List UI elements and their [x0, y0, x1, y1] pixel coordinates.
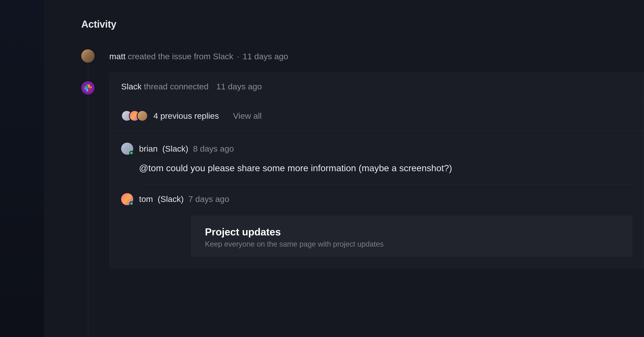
message-body: @tom could you please share some more in… — [139, 161, 632, 175]
activity-created-line: matt created the issue from Slack · 11 d… — [109, 52, 644, 61]
avatar-matt[interactable] — [81, 49, 94, 63]
slack-icon — [81, 81, 94, 94]
view-all-link[interactable]: View all — [233, 111, 262, 121]
previous-replies-row[interactable]: 4 previous replies · View all — [110, 101, 644, 131]
avatar-wrap[interactable] — [121, 193, 133, 205]
separator-dot: · — [226, 114, 226, 118]
embed-subtitle: Keep everyone on the same page with proj… — [205, 240, 618, 248]
message-source: (Slack) — [158, 194, 184, 204]
avatar-wrap[interactable] — [121, 143, 133, 155]
previous-replies-count: 4 previous replies — [154, 111, 219, 121]
thread-status: thread connected — [144, 82, 208, 91]
message-author[interactable]: tom — [139, 194, 153, 204]
message-header: brian (Slack) 8 days ago — [121, 143, 632, 155]
thread-message: brian (Slack) 8 days ago @tom could you … — [110, 131, 644, 268]
activity-section-title: Activity — [81, 18, 644, 30]
message-time: 7 days ago — [188, 194, 229, 204]
embed-title: Project updates — [205, 226, 618, 238]
left-gutter — [0, 0, 44, 337]
activity-actor[interactable]: matt — [109, 52, 126, 61]
timeline-item-created: matt created the issue from Slack · 11 d… — [81, 49, 644, 63]
message-header: tom (Slack) 7 days ago — [121, 193, 632, 205]
message-author[interactable]: brian — [139, 144, 158, 154]
thread-source: Slack — [121, 82, 142, 91]
activity-action: created the issue from Slack — [128, 52, 234, 61]
message-source: (Slack) — [162, 144, 188, 154]
avatar-stack — [121, 110, 148, 121]
activity-time: 11 days ago — [243, 52, 288, 61]
thread-header[interactable]: Slack thread connected 11 days ago — [110, 72, 644, 101]
app-container: Activity matt created the issue from Sla… — [0, 0, 644, 337]
presence-online-icon — [129, 151, 134, 155]
stack-avatar[interactable] — [137, 110, 148, 121]
thread-time: 11 days ago — [216, 82, 262, 91]
presence-online-icon — [129, 201, 134, 206]
message-divider — [139, 184, 632, 185]
embed-card[interactable]: Project updates Keep everyone on the sam… — [191, 216, 632, 256]
slack-thread-card: Slack thread connected 11 days ago — [109, 72, 644, 268]
message-text: could you please share some more informa… — [164, 163, 452, 173]
message-time: 8 days ago — [193, 144, 234, 154]
activity-timeline: matt created the issue from Slack · 11 d… — [81, 49, 644, 268]
main-content: Activity matt created the issue from Sla… — [44, 0, 644, 337]
mention-tom[interactable]: @tom — [139, 163, 164, 173]
thread-anchor: Slack thread connected 11 days ago — [81, 72, 644, 268]
slack-glyph-icon — [84, 84, 92, 92]
thread-title-line: Slack thread connected 11 days ago — [121, 82, 632, 91]
separator-dot: · — [237, 52, 239, 61]
